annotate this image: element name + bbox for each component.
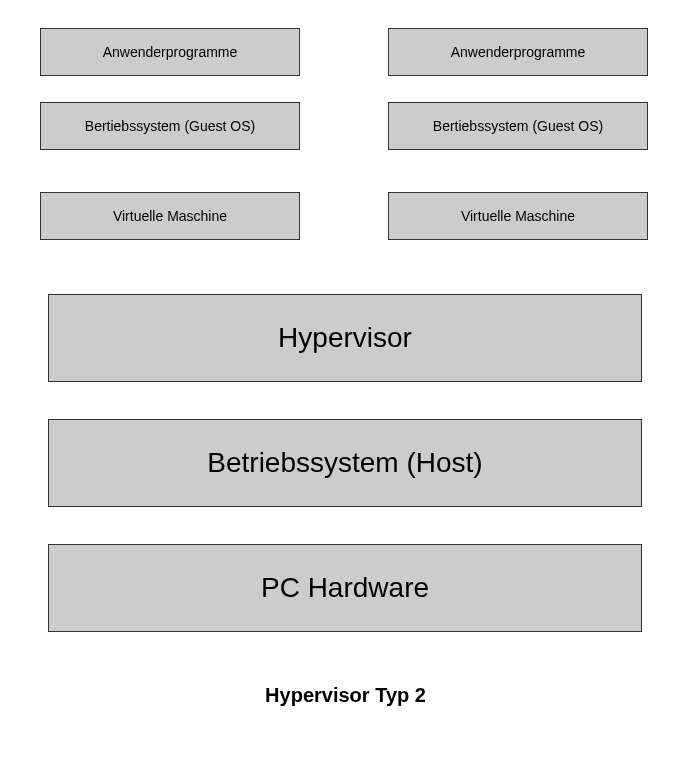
hypervisor-type2-diagram: Anwenderprogramme Anwenderprogramme Bert… (0, 0, 691, 767)
left-guest-os-box: Bertiebssystem (Guest OS) (40, 102, 300, 150)
left-apps-box: Anwenderprogramme (40, 28, 300, 76)
right-apps-box: Anwenderprogramme (388, 28, 648, 76)
right-guest-os-box: Bertiebssystem (Guest OS) (388, 102, 648, 150)
host-os-box: Betriebssystem (Host) (48, 419, 642, 507)
right-vm-box: Virtuelle Maschine (388, 192, 648, 240)
left-vm-label: Virtuelle Maschine (113, 208, 227, 224)
left-vm-box: Virtuelle Maschine (40, 192, 300, 240)
left-apps-label: Anwenderprogramme (103, 44, 238, 60)
left-guest-os-label: Bertiebssystem (Guest OS) (85, 118, 255, 134)
right-guest-os-label: Bertiebssystem (Guest OS) (433, 118, 603, 134)
diagram-caption: Hypervisor Typ 2 (0, 684, 691, 707)
hypervisor-box: Hypervisor (48, 294, 642, 382)
right-vm-label: Virtuelle Maschine (461, 208, 575, 224)
host-os-label: Betriebssystem (Host) (207, 447, 482, 479)
hypervisor-label: Hypervisor (278, 322, 412, 354)
caption-text: Hypervisor Typ 2 (265, 684, 426, 706)
right-apps-label: Anwenderprogramme (451, 44, 586, 60)
hardware-box: PC Hardware (48, 544, 642, 632)
hardware-label: PC Hardware (261, 572, 429, 604)
